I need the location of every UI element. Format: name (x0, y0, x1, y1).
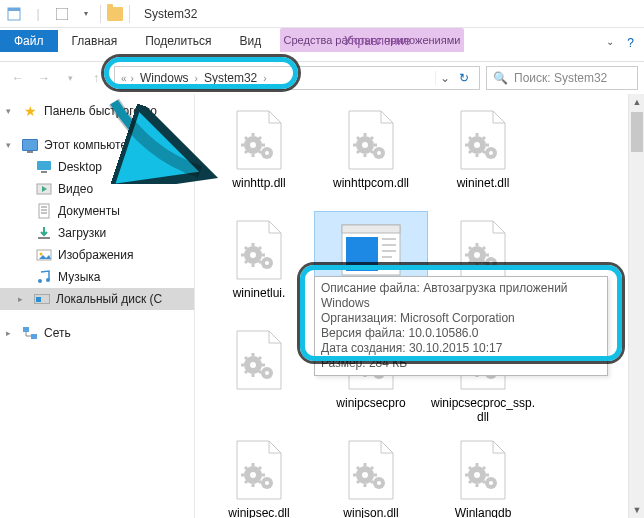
search-placeholder: Поиск: System32 (514, 71, 607, 85)
address-bar[interactable]: « › Windows › System32 › ⌄ ↻ (114, 66, 480, 90)
breadcrumb[interactable]: Windows (136, 71, 193, 85)
file-item[interactable]: Winlangdb (427, 432, 539, 518)
svg-point-86 (250, 362, 256, 368)
nav-forward-icon[interactable]: → (32, 66, 56, 90)
properties-icon[interactable] (6, 6, 22, 22)
svg-line-83 (483, 247, 485, 249)
chevron-right-icon[interactable]: ▸ (18, 294, 28, 304)
scrollbar-vertical[interactable]: ▲ ▼ (628, 94, 644, 518)
tab-home[interactable]: Главная (58, 30, 132, 52)
svg-line-106 (357, 371, 359, 373)
file-thumbnail (339, 438, 403, 502)
nav-item-docs[interactable]: Документы (0, 200, 194, 222)
tab-share[interactable]: Поделиться (131, 30, 225, 52)
file-item[interactable] (203, 322, 315, 432)
nav-item-downloads[interactable]: Загрузки (0, 222, 194, 244)
svg-line-155 (483, 467, 485, 469)
tab-file[interactable]: Файл (0, 30, 58, 52)
svg-line-119 (483, 357, 485, 359)
qat-checkbox-icon[interactable] (54, 6, 70, 22)
file-thumbnail (227, 438, 291, 502)
folder-icon (107, 7, 123, 21)
svg-line-80 (469, 247, 471, 249)
drive-icon (34, 291, 50, 307)
nav-history-icon[interactable]: ▾ (58, 66, 82, 90)
file-item[interactable]: winhttp.dll (203, 102, 315, 212)
chevron-right-icon[interactable]: › (129, 73, 136, 84)
file-label: winhttp.dll (232, 176, 285, 190)
nav-quick-access[interactable]: ▾ ★ Панель быстрого до (0, 100, 194, 122)
svg-line-154 (469, 481, 471, 483)
chevron-down-icon[interactable]: ▾ (6, 106, 16, 116)
file-item[interactable]: wininet.dll (427, 102, 539, 212)
scroll-up-icon[interactable]: ▲ (629, 94, 644, 110)
images-icon (36, 247, 52, 263)
svg-rect-3 (37, 161, 51, 170)
svg-line-37 (357, 137, 359, 139)
nav-this-pc[interactable]: ▾ Этот компьютер (0, 134, 194, 156)
nav-item-music[interactable]: Музыка (0, 266, 194, 288)
chevron-right-icon[interactable]: ▸ (6, 328, 16, 338)
svg-rect-2 (56, 8, 68, 20)
nav-up-icon[interactable]: ↑ (84, 66, 108, 90)
nav-item-desktop[interactable]: Desktop (0, 156, 194, 178)
chevron-right-icon[interactable]: › (193, 73, 200, 84)
qat-dropdown-icon[interactable]: ▾ (78, 6, 94, 22)
svg-point-146 (474, 472, 480, 478)
nav-network[interactable]: ▸ Сеть (0, 322, 194, 344)
svg-line-117 (483, 371, 485, 373)
computer-icon (22, 137, 38, 153)
svg-point-55 (250, 252, 256, 258)
svg-point-43 (474, 142, 480, 148)
nav-item-video[interactable]: Видео (0, 178, 194, 200)
chevron-down-icon[interactable]: ▾ (6, 140, 16, 150)
scrollbar-thumb[interactable] (631, 112, 643, 152)
file-item[interactable]: winipcsecpro (315, 322, 427, 432)
svg-point-14 (46, 278, 50, 282)
ribbon-expand-icon[interactable]: ⌄ (606, 36, 614, 47)
file-item[interactable] (427, 212, 539, 322)
downloads-icon (36, 225, 52, 241)
ribbon-help-icon[interactable]: ? (627, 36, 634, 50)
nav-item-images[interactable]: Изображения (0, 244, 194, 266)
scroll-down-icon[interactable]: ▼ (629, 502, 644, 518)
file-item[interactable]: winhttpcom.dll (315, 102, 427, 212)
svg-rect-1 (8, 8, 20, 11)
svg-rect-4 (41, 171, 47, 173)
breadcrumb[interactable]: System32 (200, 71, 261, 85)
svg-line-81 (483, 261, 485, 263)
svg-line-38 (371, 151, 373, 153)
file-item[interactable]: winjson.dll (315, 432, 427, 518)
svg-line-27 (245, 151, 247, 153)
tab-view[interactable]: Вид (225, 30, 275, 52)
nav-item-drive[interactable]: ▸Локальный диск (C (0, 288, 194, 310)
svg-rect-66 (342, 225, 400, 233)
file-item[interactable]: wininetlui. (203, 212, 315, 322)
nav-back-icon[interactable]: ← (6, 66, 30, 90)
svg-line-128 (245, 467, 247, 469)
file-label: winipcsecpro (336, 396, 405, 410)
address-dropdown-icon[interactable]: ⌄ (435, 71, 453, 85)
docs-icon (36, 203, 52, 219)
svg-line-153 (483, 481, 485, 483)
svg-line-52 (483, 137, 485, 139)
file-label: winjson.dll (343, 506, 398, 518)
svg-line-25 (245, 137, 247, 139)
search-input[interactable]: 🔍 Поиск: System32 (486, 66, 638, 90)
svg-line-104 (357, 357, 359, 359)
navigation-pane: ▾ ★ Панель быстрого до ▾ Этот компьютер … (0, 94, 195, 518)
file-item[interactable]: winipcsecproc_ssp.dll (427, 322, 539, 432)
file-item[interactable]: winipsec.dll (203, 432, 315, 518)
crumb-root-icon[interactable]: « (119, 73, 129, 84)
file-label: wininit.exe (343, 286, 399, 300)
svg-rect-6 (39, 204, 49, 218)
refresh-icon[interactable]: ↻ (453, 71, 475, 85)
window-title: System32 (144, 7, 197, 21)
svg-line-49 (469, 137, 471, 139)
tab-manage[interactable]: Управление (330, 30, 425, 52)
file-item[interactable]: wininit.exe (315, 212, 427, 322)
file-thumbnail (227, 108, 291, 172)
chevron-right-icon[interactable]: › (261, 73, 268, 84)
file-label: winipcsecproc_ssp.dll (429, 396, 537, 424)
ribbon-tabs: Средства работы с приложениями Файл Глав… (0, 28, 644, 52)
